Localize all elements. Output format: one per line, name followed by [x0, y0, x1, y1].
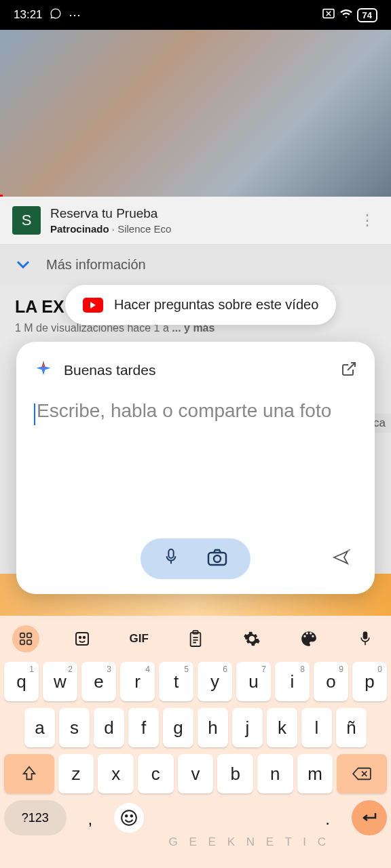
- svg-rect-7: [27, 640, 31, 644]
- shift-key[interactable]: [4, 754, 54, 793]
- key-g[interactable]: g: [163, 708, 193, 747]
- svg-point-3: [214, 555, 221, 562]
- status-time: 13:21: [14, 8, 43, 22]
- ad-title: Reserva tu Prueba: [50, 206, 346, 221]
- key-dot[interactable]: .: [308, 800, 348, 835]
- key-a[interactable]: a: [24, 708, 55, 747]
- svg-point-10: [83, 637, 85, 638]
- cast-icon: [322, 8, 335, 22]
- key-y[interactable]: y6: [198, 662, 232, 701]
- wifi-icon: [339, 8, 353, 22]
- ad-more-icon[interactable]: ⋮: [356, 212, 379, 229]
- key-c[interactable]: c: [138, 754, 174, 793]
- keyboard: GIF q1w2e3r4t5y6u7i8o9p0 asdfghjklñ zxcv…: [0, 616, 391, 868]
- svg-rect-2: [208, 553, 226, 565]
- text-cursor: [34, 403, 35, 425]
- status-bar: 13:21 ⋯ 74: [0, 0, 391, 30]
- key-x[interactable]: x: [98, 754, 134, 793]
- keyboard-rows: q1w2e3r4t5y6u7i8o9p0 asdfghjklñ zxcvbnm: [0, 662, 391, 793]
- key-ñ[interactable]: ñ: [336, 708, 367, 747]
- camera-icon[interactable]: [207, 549, 227, 569]
- keyboard-toolbar: GIF: [0, 616, 391, 662]
- kb-bottom-row: ?123 , .: [0, 800, 391, 835]
- video-player[interactable]: [0, 30, 391, 197]
- svg-rect-13: [363, 631, 368, 639]
- svg-point-9: [79, 637, 81, 638]
- kb-sticker-icon[interactable]: [69, 625, 96, 652]
- key-q[interactable]: q1: [4, 662, 39, 701]
- key-u[interactable]: u7: [236, 662, 271, 701]
- mic-icon[interactable]: [164, 548, 179, 570]
- key-b[interactable]: b: [217, 754, 253, 793]
- action-pill: [141, 538, 250, 579]
- assistant-panel: Buenas tardes Escribe, habla o comparte …: [16, 342, 375, 594]
- backspace-key[interactable]: [337, 754, 387, 793]
- key-r[interactable]: r4: [120, 662, 155, 701]
- ad-card[interactable]: S Reserva tu Prueba Patrocinado · Silenc…: [0, 197, 391, 244]
- key-e[interactable]: e3: [81, 662, 116, 701]
- suggestion-pill[interactable]: Hacer preguntas sobre este vídeo: [65, 285, 336, 325]
- kb-settings-icon[interactable]: [238, 625, 265, 652]
- ad-subtitle: Patrocinado · Silence Eco: [50, 223, 346, 235]
- key-p[interactable]: p0: [352, 662, 387, 701]
- key-n[interactable]: n: [257, 754, 293, 793]
- youtube-icon: [83, 298, 103, 313]
- key-f[interactable]: f: [128, 708, 159, 747]
- status-right: 74: [322, 8, 377, 22]
- key-j[interactable]: j: [232, 708, 263, 747]
- key-t[interactable]: t5: [159, 662, 193, 701]
- ad-text: Reserva tu Prueba Patrocinado · Silence …: [50, 206, 346, 235]
- key-l[interactable]: l: [301, 708, 332, 747]
- kb-mic-icon[interactable]: [352, 625, 379, 652]
- svg-rect-11: [191, 633, 201, 646]
- kb-clipboard-icon[interactable]: [182, 625, 209, 652]
- key-z[interactable]: z: [58, 754, 94, 793]
- key-h[interactable]: h: [198, 708, 228, 747]
- svg-rect-8: [76, 633, 88, 645]
- kb-palette-icon[interactable]: [295, 625, 322, 652]
- key-d[interactable]: d: [94, 708, 124, 747]
- key-w[interactable]: w2: [43, 662, 77, 701]
- key-o[interactable]: o9: [314, 662, 348, 701]
- battery-indicator: 74: [357, 8, 377, 22]
- svg-rect-6: [20, 640, 24, 644]
- key-space[interactable]: [148, 800, 303, 835]
- more-icon: ⋯: [69, 7, 81, 22]
- assistant-header: Buenas tardes: [34, 359, 357, 381]
- kb-apps-icon[interactable]: [12, 625, 39, 652]
- key-m[interactable]: m: [297, 754, 333, 793]
- whatsapp-icon: [50, 7, 62, 22]
- key-v[interactable]: v: [178, 754, 214, 793]
- assistant-input[interactable]: Escribe, habla o comparte una foto: [34, 397, 357, 425]
- assistant-greeting: Buenas tardes: [64, 362, 155, 378]
- status-left: 13:21 ⋯: [14, 7, 81, 22]
- key-s[interactable]: s: [59, 708, 90, 747]
- svg-rect-1: [168, 549, 173, 558]
- input-placeholder: Escribe, habla o comparte una foto: [37, 400, 331, 421]
- open-external-icon[interactable]: [341, 361, 357, 380]
- more-info-row[interactable]: Más información: [0, 244, 391, 285]
- ad-avatar: S: [12, 206, 41, 235]
- key-emoji[interactable]: [114, 803, 144, 833]
- svg-rect-4: [20, 633, 24, 637]
- key-123[interactable]: ?123: [4, 800, 67, 835]
- key-i[interactable]: i8: [275, 662, 310, 701]
- assistant-actions: [16, 538, 375, 579]
- kb-row-2: asdfghjklñ: [4, 708, 387, 747]
- svg-rect-5: [27, 633, 31, 637]
- kb-row-3: zxcvbnm: [4, 754, 387, 793]
- svg-point-14: [122, 810, 137, 825]
- more-info-label: Más información: [46, 257, 146, 273]
- suggestion-text: Hacer preguntas sobre este vídeo: [114, 297, 318, 313]
- key-k[interactable]: k: [267, 708, 297, 747]
- kb-gif-button[interactable]: GIF: [126, 625, 153, 652]
- svg-point-16: [131, 815, 133, 817]
- key-comma[interactable]: ,: [71, 800, 111, 835]
- sparkle-icon: [34, 359, 53, 381]
- send-icon[interactable]: [333, 549, 352, 568]
- chevron-down-icon: [16, 259, 30, 271]
- key-enter[interactable]: [352, 800, 387, 835]
- kb-row-1: q1w2e3r4t5y6u7i8o9p0: [4, 662, 387, 701]
- watermark: G E E K N E T I C: [169, 835, 330, 849]
- svg-point-15: [126, 815, 128, 817]
